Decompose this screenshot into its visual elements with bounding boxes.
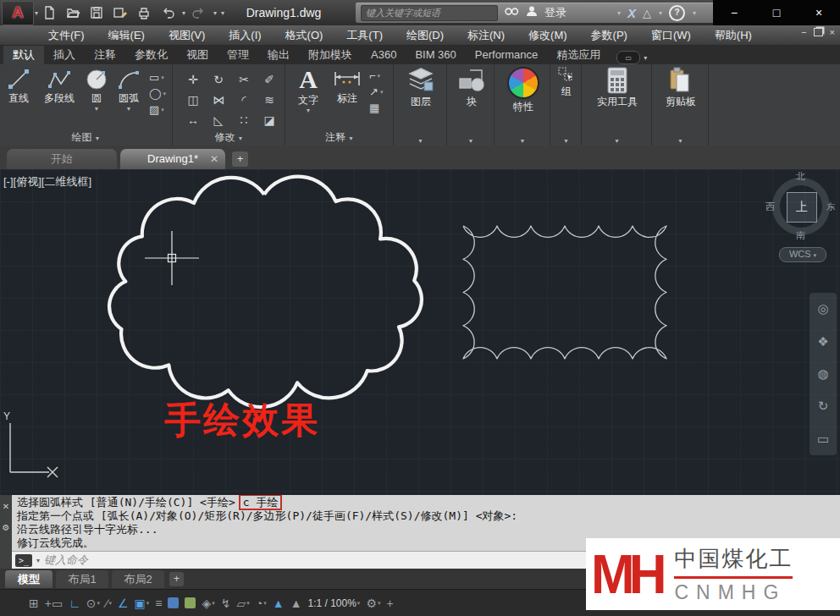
view-tools-toggle[interactable]: ▱▾ (236, 597, 249, 610)
explode-tool-button[interactable]: ◪ (263, 113, 274, 127)
doc-close-button[interactable]: × (830, 27, 835, 37)
stretch-tool-button[interactable]: ↔ (187, 113, 199, 127)
maximize-button[interactable]: □ (764, 6, 789, 19)
sign-in-button[interactable]: 登录 (544, 5, 566, 20)
viewcube-top-face[interactable]: 上 (787, 192, 817, 223)
command-dropdown-icon[interactable]: ▾ (36, 557, 40, 564)
multileader-tool-button[interactable]: ↗▾ (369, 85, 383, 98)
annotation-scale-control[interactable]: 1:1 / 100%▾ (307, 597, 360, 609)
polyline-tool-button[interactable]: 多段线 (37, 67, 81, 106)
hatch-tool-button[interactable]: ▨▾ (149, 103, 166, 116)
arc-dropdown-icon[interactable]: ▼ (126, 107, 132, 112)
fillet-tool-button[interactable]: ◜ (241, 93, 246, 107)
minimize-button[interactable]: − (721, 6, 747, 19)
panel-label-draw[interactable]: 绘图▼ (0, 130, 172, 145)
ribbon-tab-performance[interactable]: Performance (466, 46, 547, 64)
rotate-tool-button[interactable]: ↻ (213, 73, 224, 86)
properties-button[interactable]: 特性 (507, 67, 539, 114)
panel-label-modify[interactable]: 修改▼ (174, 130, 285, 145)
menu-view[interactable]: 视图(V) (158, 25, 216, 45)
utilities-button[interactable]: 实用工具 (600, 67, 635, 109)
ribbon-tab-parametric[interactable]: 参数化 (125, 46, 177, 64)
dimension-tool-button[interactable]: 标注 (329, 67, 366, 106)
viewcube-east[interactable]: 东 (826, 201, 836, 213)
ribbon-tab-addins[interactable]: 附加模块 (299, 46, 362, 64)
ribbon-tab-manage[interactable]: 管理 (218, 46, 258, 64)
save-button[interactable] (86, 3, 107, 23)
exchange-apps-icon[interactable]: X (627, 6, 636, 20)
menu-edit[interactable]: 编辑(E) (97, 25, 156, 45)
move-tool-button[interactable]: ✛ (188, 73, 198, 86)
circle-dropdown-icon[interactable]: ▼ (94, 107, 100, 112)
open-file-button[interactable] (63, 3, 83, 23)
command-customize-icon[interactable]: ⚙ (3, 523, 10, 532)
search-icon[interactable] (505, 5, 519, 20)
array-tool-button[interactable]: ∷ (240, 113, 248, 127)
new-layout-button[interactable]: + (169, 572, 184, 586)
text-tool-button[interactable]: A 文字 ▼ (291, 67, 325, 113)
menu-format[interactable]: 格式(O) (274, 25, 334, 45)
offset-tool-button[interactable]: ≋ (264, 93, 274, 107)
undo-dropdown-icon[interactable]: ▾ (182, 9, 185, 17)
ribbon-display-options[interactable]: ▭▾ (616, 51, 647, 64)
panel-label-annotation[interactable]: 注释▼ (286, 130, 393, 145)
annotation-visibility-toggle[interactable]: ▲ (273, 597, 285, 610)
viewcube-west[interactable]: 西 (765, 201, 775, 213)
copy-tool-button[interactable]: ◫ (187, 93, 198, 107)
new-drawing-tab-button[interactable]: + (232, 151, 248, 167)
polar-tracking-toggle[interactable]: ⊙▾ (86, 597, 100, 610)
menu-modify[interactable]: 修改(M) (517, 25, 578, 45)
signin-dropdown-icon[interactable]: ▾ (617, 9, 621, 17)
clipboard-panel-flyout-icon[interactable]: ▼ (653, 138, 708, 144)
menu-file[interactable]: 文件(F) (37, 25, 96, 45)
block-panel-flyout-icon[interactable]: ▼ (448, 138, 494, 144)
doc-restore-button[interactable] (814, 28, 823, 36)
line-tool-button[interactable]: 直线 (2, 67, 36, 106)
block-button[interactable]: 块 (453, 67, 490, 109)
layout-tab-layout1[interactable]: 布局1 (56, 570, 108, 588)
scale-tool-button[interactable]: ◺ (214, 113, 224, 127)
tab-close-icon[interactable]: ✕ (210, 149, 218, 169)
logo-dropdown-icon[interactable]: ▾ (35, 9, 38, 17)
arc-tool-button[interactable]: 圆弧 ▼ (112, 67, 146, 112)
viewcube-north[interactable]: 北 (796, 170, 805, 183)
transparency-toggle[interactable] (168, 597, 179, 608)
a360-icon[interactable]: △ (643, 7, 651, 19)
ribbon-tab-view[interactable]: 视图 (177, 46, 218, 64)
save-as-button[interactable] (110, 3, 130, 23)
menu-tools[interactable]: 工具(T) (335, 25, 394, 45)
menu-insert[interactable]: 插入(I) (218, 25, 272, 45)
showmotion-icon[interactable]: ▭ (817, 432, 829, 447)
menu-window[interactable]: 窗口(W) (640, 25, 702, 45)
ribbon-tab-insert[interactable]: 插入 (44, 46, 85, 64)
autocad-logo[interactable]: A (2, 1, 34, 25)
menu-draw[interactable]: 绘图(D) (395, 25, 455, 45)
close-button[interactable]: × (806, 6, 832, 19)
file-tab-drawing1[interactable]: Drawing1*✕ (120, 149, 225, 169)
ribbon-tab-bim360[interactable]: BIM 360 (406, 46, 465, 64)
3d-object-snap-toggle[interactable]: ◈▾ (202, 597, 214, 610)
group-panel-flyout-icon[interactable]: ▼ (551, 138, 581, 144)
clipboard-button[interactable]: 剪贴板 (661, 67, 700, 109)
annotation-autoscale-toggle[interactable]: ▲ (290, 597, 302, 610)
wcs-dropdown[interactable]: WCS ▾ (779, 247, 826, 262)
search-input[interactable]: 键入关键字或短语 (361, 5, 498, 21)
layout-tab-layout2[interactable]: 布局2 (112, 570, 164, 588)
layout-tab-model[interactable]: 模型 (5, 570, 52, 588)
snap-mode-toggle[interactable]: ⊞ (29, 597, 39, 610)
utilities-panel-flyout-icon[interactable]: ▼ (583, 138, 651, 144)
viewport-controls[interactable]: [-][俯视][二维线框] (3, 174, 91, 190)
dynamic-input-toggle[interactable]: +▭ (45, 597, 63, 610)
doc-minimize-button[interactable]: − (801, 27, 806, 37)
plot-button[interactable] (134, 3, 154, 23)
menu-parametric[interactable]: 参数(P) (580, 25, 638, 45)
erase-tool-button[interactable]: ✐ (264, 73, 274, 86)
redo-button[interactable] (189, 3, 209, 23)
group-button[interactable]: 组 (555, 67, 578, 99)
ribbon-tab-a360[interactable]: A360 (362, 46, 406, 64)
selection-cycling-toggle[interactable] (185, 597, 196, 608)
circle-tool-button[interactable]: 圆 ▼ (83, 67, 110, 112)
ribbon-tab-output[interactable]: 输出 (258, 46, 299, 64)
customization-gear-button[interactable]: ⚙▾ (366, 597, 380, 610)
command-input[interactable]: 键入命令 (44, 553, 88, 568)
